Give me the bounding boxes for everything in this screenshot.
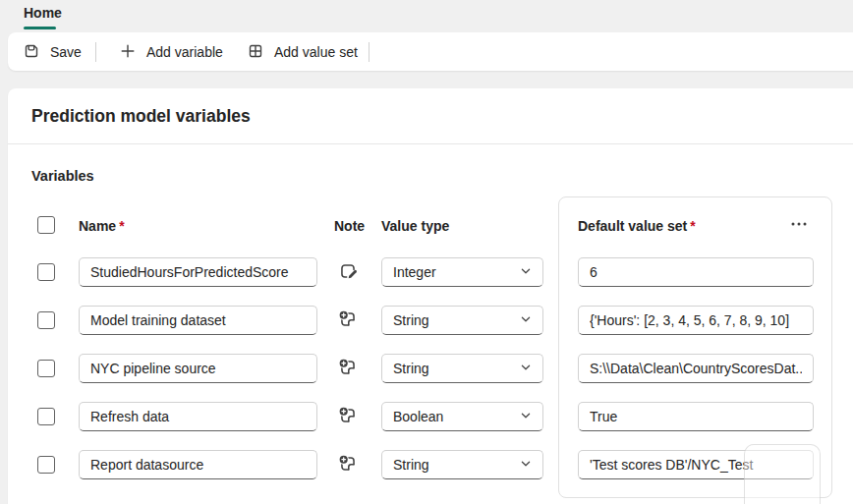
add-value-set-button[interactable]: Add value set [246, 40, 358, 64]
variable-name-input[interactable] [79, 354, 317, 383]
add-note-button[interactable] [337, 406, 359, 427]
save-label: Save [50, 44, 82, 60]
save-button[interactable]: Save [22, 40, 82, 64]
chevron-down-icon [518, 408, 534, 426]
value-type-dropdown[interactable]: Boolean [381, 402, 543, 431]
add-note-button[interactable] [337, 309, 359, 331]
select-all-checkbox[interactable] [37, 216, 55, 234]
row-checkbox[interactable] [37, 360, 55, 377]
note-add-icon [337, 405, 359, 429]
variable-name-input[interactable] [79, 402, 317, 431]
column-header-note: Note [334, 217, 365, 235]
table-grid-icon [246, 41, 265, 64]
default-value-input[interactable] [578, 306, 814, 335]
value-type-dropdown[interactable]: String [381, 306, 543, 335]
note-add-icon [337, 308, 359, 333]
add-note-button[interactable] [337, 358, 359, 379]
card-divider [8, 143, 853, 144]
ellipsis-icon [788, 214, 810, 237]
section-title: Variables [31, 166, 94, 186]
row-checkbox[interactable] [37, 311, 55, 329]
prediction-model-variables-app: { "tabs": { "home": "Home" }, "toolbar":… [0, 0, 853, 504]
default-value-input[interactable] [578, 354, 814, 383]
row-checkbox[interactable] [37, 456, 55, 474]
row-checkbox[interactable] [37, 263, 55, 281]
required-asterisk: * [116, 218, 124, 234]
value-type-dropdown[interactable]: String [381, 450, 543, 479]
tab-home[interactable]: Home [24, 5, 62, 21]
chevron-down-icon [518, 360, 534, 378]
chevron-down-icon [518, 311, 534, 330]
value-type-dropdown[interactable]: Integer [381, 257, 543, 287]
default-value-input[interactable] [578, 257, 814, 287]
default-value-input[interactable] [578, 402, 814, 431]
note-edit-icon [337, 260, 359, 285]
add-variable-button[interactable]: Add variable [118, 40, 223, 64]
variable-name-input[interactable] [79, 257, 317, 287]
toolbar-divider [369, 42, 370, 62]
active-tab-indicator [24, 27, 56, 29]
add-variable-label: Add variable [146, 44, 223, 60]
variable-name-input[interactable] [79, 306, 317, 335]
page-title: Prediction model variables [31, 103, 251, 129]
column-header-value-type: Value type [381, 217, 449, 235]
more-options-button[interactable] [784, 213, 814, 237]
add-note-button[interactable] [337, 454, 359, 476]
chevron-down-icon [518, 263, 534, 282]
column-header-name: Name* [79, 217, 125, 235]
note-add-icon [337, 357, 359, 381]
edit-note-button[interactable] [337, 261, 359, 283]
chevron-down-icon [518, 456, 534, 475]
row-checkbox[interactable] [37, 408, 55, 425]
default-value-input[interactable] [578, 450, 814, 479]
column-header-default-value-set: Default value set* [578, 217, 696, 235]
save-icon [22, 41, 41, 64]
plus-icon [118, 41, 138, 64]
variable-name-input[interactable] [79, 450, 317, 479]
add-value-set-label: Add value set [274, 44, 358, 60]
note-add-icon [337, 453, 359, 477]
value-type-dropdown[interactable]: String [381, 354, 543, 383]
required-asterisk: * [687, 218, 695, 234]
toolbar-divider [95, 42, 96, 62]
